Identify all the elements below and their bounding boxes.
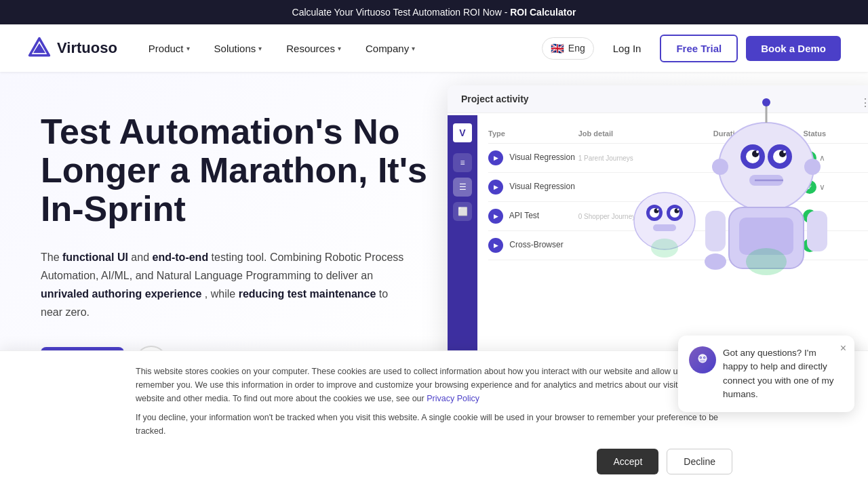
cookie-buttons: Accept Decline: [136, 449, 732, 474]
svg-rect-32: [653, 224, 676, 231]
svg-point-21: [705, 253, 726, 270]
svg-point-33: [746, 248, 787, 275]
svg-point-10: [783, 150, 786, 153]
top-banner: Calculate Your Virtuoso Test Automation …: [0, 0, 868, 24]
login-button[interactable]: Log In: [602, 37, 652, 60]
svg-point-12: [762, 98, 770, 106]
svg-point-30: [657, 209, 659, 211]
chevron-down-icon: ▾: [412, 45, 415, 52]
roi-calculator-link[interactable]: ROI Calculator: [510, 7, 576, 18]
play-icon[interactable]: ▶: [488, 180, 503, 195]
robot-svg: [624, 72, 827, 357]
svg-point-34: [651, 239, 678, 258]
nav-solutions[interactable]: Solutions ▾: [203, 37, 273, 60]
play-icon[interactable]: ▶: [488, 238, 503, 253]
navbar: Virtuoso Product ▾ Solutions ▾ Resources…: [0, 24, 868, 72]
chat-bot-avatar-small: [689, 346, 716, 373]
cookie-text-2: If you decline, your information won't b…: [136, 411, 732, 438]
svg-rect-19: [705, 211, 726, 251]
close-icon[interactable]: ×: [840, 342, 846, 354]
chat-message: Got any questions? I'm happy to help and…: [723, 346, 844, 401]
svg-point-13: [712, 159, 728, 175]
book-demo-button[interactable]: Book a Demo: [746, 36, 841, 61]
svg-point-31: [677, 209, 679, 211]
play-icon[interactable]: ▶: [488, 209, 503, 224]
nav-product[interactable]: Product ▾: [138, 37, 201, 60]
nav-resources[interactable]: Resources ▾: [275, 37, 352, 60]
cookie-text-1: This website stores cookies on your comp…: [136, 365, 732, 405]
nav-company[interactable]: Company ▾: [355, 37, 426, 60]
hero-description: The functional UI and end-to-end testing…: [41, 248, 407, 322]
nav-links: Product ▾ Solutions ▾ Resources ▾ Compan…: [138, 37, 542, 60]
svg-rect-20: [807, 211, 827, 251]
chat-widget: × Got any questions? I'm happy to help a…: [678, 336, 854, 420]
svg-point-9: [756, 150, 759, 153]
banner-text: Calculate Your Virtuoso Test Automation …: [292, 7, 511, 18]
free-trial-button[interactable]: Free Trial: [660, 35, 738, 62]
hero-title: Test Automation's No Longer a Marathon, …: [41, 113, 437, 229]
svg-point-2: [719, 123, 814, 211]
logo[interactable]: Virtuoso: [27, 36, 117, 60]
chevron-down-icon: ▾: [258, 45, 262, 52]
svg-point-14: [804, 159, 821, 175]
cookie-accept-button[interactable]: Accept: [597, 449, 658, 474]
svg-point-38: [700, 357, 701, 359]
play-icon[interactable]: ▶: [488, 150, 503, 165]
chevron-down-icon: ▾: [338, 45, 341, 52]
privacy-policy-link[interactable]: Privacy Policy: [427, 394, 479, 403]
logo-icon: [27, 36, 52, 60]
logo-text: Virtuoso: [57, 39, 117, 57]
language-selector[interactable]: 🇬🇧 Eng: [542, 37, 594, 60]
nav-right: 🇬🇧 Eng Log In Free Trial Book a Demo: [542, 35, 841, 62]
chat-bubble: × Got any questions? I'm happy to help a…: [678, 336, 854, 412]
cookie-decline-button[interactable]: Decline: [667, 449, 732, 474]
svg-rect-40: [700, 360, 705, 362]
chevron-down-icon: ▾: [186, 45, 190, 52]
svg-point-39: [704, 357, 705, 359]
flag-icon: 🇬🇧: [551, 42, 564, 55]
